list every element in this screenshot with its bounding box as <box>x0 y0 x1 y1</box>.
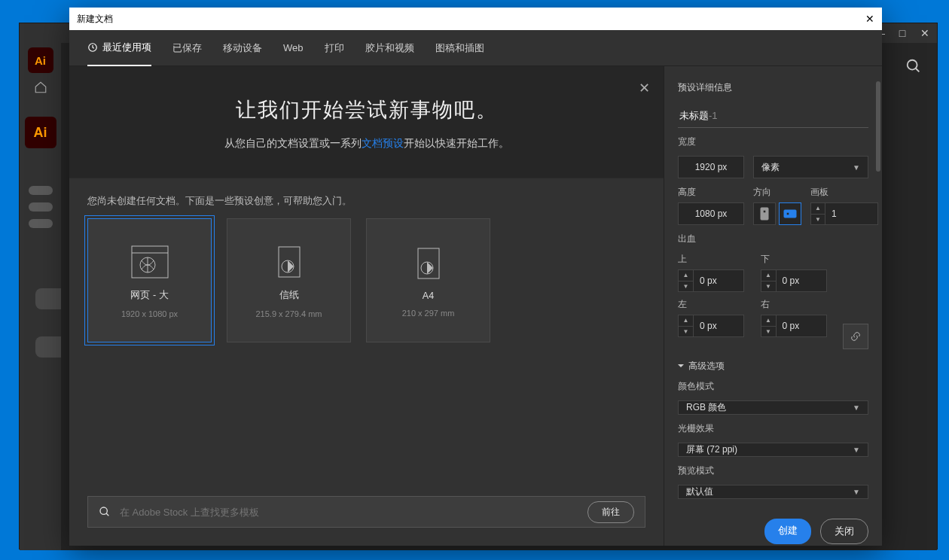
advanced-toggle[interactable]: 高级选项 <box>678 360 868 373</box>
stock-search-input[interactable] <box>120 507 578 518</box>
preview-label: 预览模式 <box>678 464 868 477</box>
bleed-top-field[interactable]: 0 px <box>693 269 744 292</box>
preview-value: 默认值 <box>686 485 713 498</box>
tab-label: 最近使用项 <box>102 41 151 54</box>
height-field[interactable]: 1080 px <box>678 202 744 225</box>
preset-card-letter[interactable]: 信纸 215.9 x 279.4 mm <box>227 218 351 342</box>
card-dim: 1920 x 1080 px <box>121 309 178 318</box>
preset-card-a4[interactable]: A4 210 x 297 mm <box>366 218 490 342</box>
chevron-down-icon: ▼ <box>853 446 860 454</box>
tab-label: 已保存 <box>172 41 202 55</box>
intro-text-a: 从您自己的文档设置或一系列 <box>224 138 362 149</box>
scrollbar-thumb[interactable] <box>876 81 880 172</box>
bleed-label: 出血 <box>678 233 868 245</box>
bleed-left-stepper[interactable]: ▲▼ <box>678 315 693 337</box>
panel-heading: 预设详细信息 <box>678 81 868 94</box>
host-close-icon[interactable]: ✕ <box>917 27 932 39</box>
height-label: 高度 <box>678 186 744 199</box>
preview-select[interactable]: 默认值▼ <box>678 485 868 499</box>
dialog-title: 新建文档 <box>77 13 113 26</box>
banner-close-icon[interactable]: ✕ <box>639 80 650 96</box>
tab-art[interactable]: 图稿和插图 <box>435 31 484 65</box>
stock-search-bar: 前往 <box>87 496 645 528</box>
bleed-top-label: 上 <box>678 253 750 266</box>
svg-rect-3 <box>132 246 168 278</box>
artboards-label: 画板 <box>810 186 878 199</box>
close-button[interactable]: 关闭 <box>820 519 868 544</box>
bleed-left-field[interactable]: 0 px <box>693 315 744 337</box>
artboards-field[interactable]: 1 <box>825 202 878 225</box>
category-tabs: 最近使用项 已保存 移动设备 Web 打印 胶片和视频 图稿和插图 <box>69 30 882 66</box>
search-icon[interactable] <box>905 58 922 78</box>
orientation-landscape[interactable] <box>779 202 801 225</box>
tab-mobile[interactable]: 移动设备 <box>223 31 262 65</box>
intro-text-b: 开始以快速开始工作。 <box>404 138 509 149</box>
preset-link[interactable]: 文档预设 <box>362 138 404 149</box>
preset-area: ✕ 让我们开始尝试新事物吧。 从您自己的文档设置或一系列文档预设开始以快速开始工… <box>69 66 664 546</box>
width-field[interactable]: 1920 px <box>678 156 744 178</box>
intro-text: 从您自己的文档设置或一系列文档预设开始以快速开始工作。 <box>92 137 641 151</box>
dialog-close-icon[interactable]: ✕ <box>865 13 874 25</box>
preset-card-web-large[interactable]: 网页 - 大 1920 x 1080 px <box>87 218 212 342</box>
card-dim: 210 x 297 mm <box>402 309 455 318</box>
card-title: 信纸 <box>279 289 299 302</box>
bleed-right-field[interactable]: 0 px <box>776 315 827 337</box>
title-suffix: -1 <box>709 110 718 121</box>
color-mode-select[interactable]: RGB 颜色▼ <box>678 400 868 415</box>
width-label: 宽度 <box>678 135 868 148</box>
svg-point-0 <box>908 60 917 70</box>
svg-point-16 <box>786 212 789 215</box>
tab-saved[interactable]: 已保存 <box>172 31 202 65</box>
host-max-icon[interactable]: □ <box>895 27 910 39</box>
raster-label: 光栅效果 <box>678 422 868 435</box>
chevron-down-icon: ▼ <box>853 403 860 412</box>
card-title: 网页 - 大 <box>130 289 168 302</box>
bleed-right-label: 右 <box>761 298 833 311</box>
artboards-stepper[interactable]: ▲▼ <box>810 202 825 225</box>
sidebar-placeholder <box>29 202 53 212</box>
create-button[interactable]: 创建 <box>764 519 811 544</box>
card-title: A4 <box>423 291 434 301</box>
card-dim: 215.9 x 279.4 mm <box>255 309 322 318</box>
preset-cards: 网页 - 大 1920 x 1080 px 信纸 215.9 x 279.4 m… <box>69 218 664 342</box>
bleed-bottom-label: 下 <box>761 253 833 266</box>
svg-rect-15 <box>784 210 796 218</box>
bleed-bottom-field[interactable]: 0 px <box>776 269 827 292</box>
color-mode-value: RGB 颜色 <box>686 401 726 414</box>
orientation-portrait[interactable] <box>753 202 776 225</box>
step-down-icon[interactable]: ▼ <box>811 215 825 225</box>
new-document-dialog: 新建文档 ✕ 最近使用项 已保存 移动设备 Web 打印 胶片和视频 图稿和插图… <box>69 8 882 546</box>
tab-print[interactable]: 打印 <box>325 31 344 65</box>
preset-details-panel: 预设详细信息 未标题-1 宽度 1920 px 像素▼ 高度 1080 px 方… <box>664 66 882 546</box>
bleed-right-stepper[interactable]: ▲▼ <box>761 315 776 337</box>
intro-banner: ✕ 让我们开始尝试新事物吧。 从您自己的文档设置或一系列文档预设开始以快速开始工… <box>69 66 664 178</box>
stock-go-button[interactable]: 前往 <box>587 501 634 523</box>
svg-rect-13 <box>761 208 768 220</box>
doc-title-field[interactable]: 未标题-1 <box>678 106 868 128</box>
color-mode-label: 颜色模式 <box>678 380 868 393</box>
step-up-icon[interactable]: ▲ <box>811 203 825 215</box>
sidebar-tab <box>35 336 61 358</box>
hint-text: 您尚未创建任何文档。下面是一些预设创意，可帮助您入门。 <box>69 178 664 218</box>
chevron-down-icon: ▼ <box>853 488 860 496</box>
orientation-label: 方向 <box>753 186 801 199</box>
link-bleed-icon[interactable] <box>843 324 868 349</box>
tab-label: 打印 <box>325 41 344 55</box>
home-icon[interactable] <box>34 81 47 94</box>
bleed-left-label: 左 <box>678 298 750 311</box>
units-select[interactable]: 像素▼ <box>753 156 868 178</box>
web-preset-icon <box>130 242 169 282</box>
svg-point-14 <box>763 210 766 213</box>
tab-label: 胶片和视频 <box>365 41 414 55</box>
svg-point-11 <box>100 507 107 514</box>
bleed-bottom-stepper[interactable]: ▲▼ <box>761 269 776 292</box>
raster-select[interactable]: 屏幕 (72 ppi)▼ <box>678 443 868 457</box>
bleed-top-stepper[interactable]: ▲▼ <box>678 269 693 292</box>
search-icon <box>99 506 111 518</box>
tab-recent[interactable]: 最近使用项 <box>87 30 151 66</box>
raster-value: 屏幕 (72 ppi) <box>686 443 737 456</box>
tab-web[interactable]: Web <box>283 32 304 64</box>
tab-film[interactable]: 胶片和视频 <box>365 31 414 65</box>
letter-preset-icon <box>270 242 309 282</box>
svg-line-1 <box>916 68 920 72</box>
